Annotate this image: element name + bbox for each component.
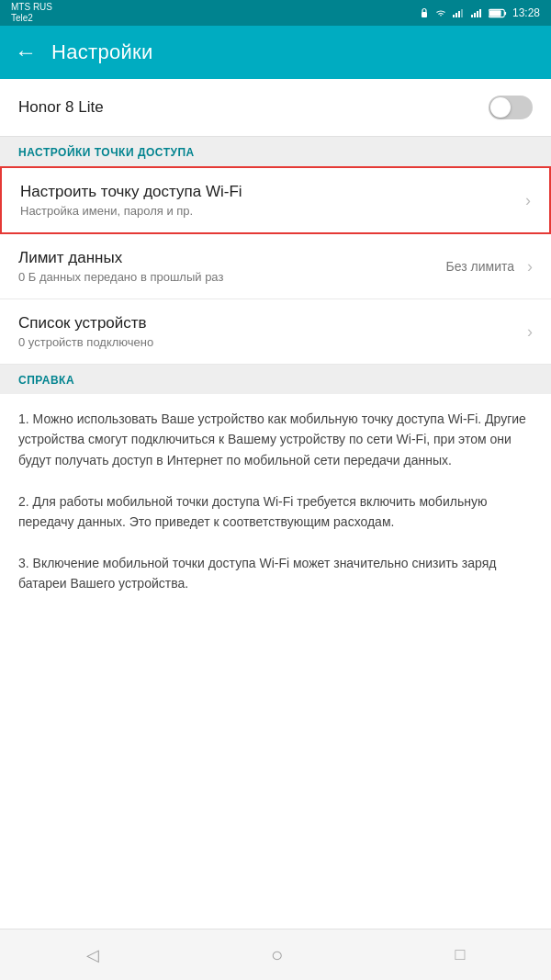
carrier2-label: Tele2 (11, 13, 52, 24)
device-list-item[interactable]: Список устройств 0 устройств подключено … (0, 299, 551, 365)
device-list-chevron: › (527, 322, 533, 342)
svg-rect-8 (479, 9, 481, 17)
section-hotspot-header: НАСТРОЙКИ ТОЧКИ ДОСТУПА (0, 137, 551, 166)
back-button[interactable]: ← (15, 39, 37, 65)
svg-rect-10 (504, 11, 506, 15)
svg-rect-3 (458, 11, 460, 17)
data-limit-item[interactable]: Лимит данных 0 Б данных передано в прошл… (0, 234, 551, 299)
page-title: Настройки (51, 40, 153, 64)
section-help-label: СПРАВКА (18, 374, 74, 387)
configure-wifi-text: Настроить точку доступа Wi-Fi Настройка … (20, 183, 516, 218)
device-list-title: Список устройств (18, 314, 518, 332)
device-list-text: Список устройств 0 устройств подключено (18, 314, 518, 349)
svg-rect-7 (477, 11, 478, 17)
data-limit-chevron: › (527, 257, 533, 276)
section-help-header: СПРАВКА (0, 365, 551, 394)
status-icons (420, 7, 509, 18)
time-label: 13:28 (512, 6, 540, 19)
data-limit-title: Лимит данных (18, 249, 446, 267)
section-hotspot-label: НАСТРОЙКИ ТОЧКИ ДОСТУПА (18, 146, 195, 159)
content-area: Honor 8 Lite НАСТРОЙКИ ТОЧКИ ДОСТУПА Нас… (0, 79, 551, 929)
nav-home-button[interactable]: ○ (271, 943, 283, 967)
configure-wifi-item[interactable]: Настроить точку доступа Wi-Fi Настройка … (0, 166, 551, 234)
data-limit-right: Без лимита › (446, 257, 533, 276)
configure-wifi-chevron: › (525, 191, 531, 210)
nav-bar: ◁ ○ □ (0, 929, 551, 980)
svg-rect-1 (453, 15, 455, 17)
configure-wifi-subtitle: Настройка имени, пароля и пр. (20, 204, 516, 218)
nav-recent-button[interactable]: □ (455, 945, 465, 964)
device-name-label: Honor 8 Lite (18, 98, 104, 117)
data-limit-value: Без лимита (446, 259, 514, 274)
top-bar: ← Настройки (0, 26, 551, 79)
data-limit-subtitle: 0 Б данных передано в прошлый раз (18, 270, 446, 284)
carrier-info: MTS RUS Tele2 (11, 2, 52, 24)
svg-rect-2 (455, 13, 457, 17)
help-text: 1. Можно использовать Ваше устройство ка… (18, 409, 533, 594)
svg-rect-0 (422, 12, 427, 17)
status-right: 13:28 (420, 6, 540, 19)
help-section: 1. Можно использовать Ваше устройство ка… (0, 394, 551, 929)
svg-rect-4 (461, 9, 463, 17)
svg-rect-11 (489, 10, 501, 16)
status-bar: MTS RUS Tele2 13:28 (0, 0, 551, 26)
device-list-subtitle: 0 устройств подключено (18, 335, 518, 349)
device-toggle-switch[interactable] (489, 96, 533, 119)
svg-rect-5 (471, 15, 473, 17)
configure-wifi-title: Настроить точку доступа Wi-Fi (20, 183, 516, 201)
device-toggle-row[interactable]: Honor 8 Lite (0, 79, 551, 137)
svg-rect-6 (474, 13, 476, 17)
data-limit-text: Лимит данных 0 Б данных передано в прошл… (18, 249, 446, 284)
nav-back-button[interactable]: ◁ (86, 945, 99, 965)
carrier1-label: MTS RUS (11, 2, 52, 13)
